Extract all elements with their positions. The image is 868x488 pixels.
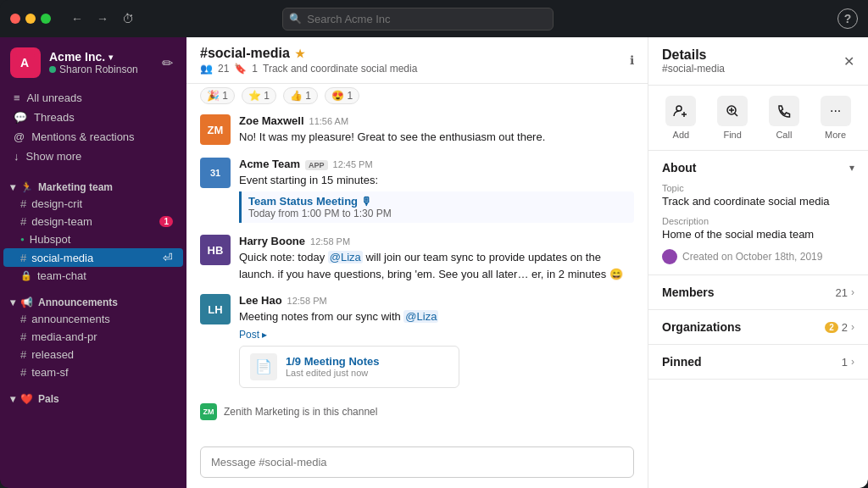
forward-button[interactable]: →	[93, 10, 112, 27]
announcements-emoji: 📢	[20, 297, 33, 308]
panel-action-add[interactable]: Add	[665, 96, 696, 140]
msg-content-acme: Acme Team APP 12:45 PM Event starting in…	[239, 158, 634, 224]
channel-design-team[interactable]: # design-team 1	[3, 213, 183, 230]
channel-social-media[interactable]: # social-media ⏎	[3, 248, 183, 267]
sidebar-nav: ≡ All unreads 💬 Threads @ Mentions & rea…	[0, 85, 186, 169]
post-action[interactable]: Post ▸	[239, 329, 634, 341]
reaction-heart-eyes[interactable]: 😍 1	[325, 87, 359, 104]
msg-author-lee[interactable]: Lee Hao	[239, 294, 282, 307]
members-right: 21 ›	[836, 286, 854, 299]
help-button[interactable]: ?	[837, 8, 858, 29]
members-row[interactable]: Members 21 ›	[648, 275, 868, 310]
call-label: Call	[776, 130, 792, 140]
channel-hubspot[interactable]: ● Hubspot	[3, 230, 183, 248]
zenith-text: Zenith Marketing is in this channel	[224, 406, 377, 418]
show-more-icon: ↓	[14, 150, 19, 163]
panel-title-block: Details #social-media	[662, 47, 725, 75]
pals-category[interactable]: ▾ ❤️ Pals	[0, 388, 186, 407]
msg-author-acme[interactable]: Acme Team	[239, 158, 300, 170]
hash-icon: #	[20, 197, 26, 210]
reaction-thumbs[interactable]: 👍 1	[283, 87, 318, 104]
avatar-zoe: ZM	[200, 114, 231, 145]
right-panel: Details #social-media ✕ Add Find	[648, 37, 868, 488]
marketing-team-category[interactable]: ▾ 🏃 Marketing team	[0, 176, 186, 195]
panel-action-more[interactable]: ··· More	[821, 96, 851, 140]
mention-liza[interactable]: @Liza	[328, 251, 363, 263]
description-value: Home of the social media team	[662, 228, 854, 241]
channel-description: Track and coordinate social media	[263, 63, 417, 75]
about-creator: Created on October 18th, 2019	[662, 249, 854, 264]
search-input[interactable]	[282, 8, 554, 30]
close-traffic-light[interactable]	[10, 14, 20, 24]
message-input[interactable]	[200, 446, 634, 478]
back-button[interactable]: ←	[68, 10, 86, 27]
star-icon[interactable]: ★	[295, 47, 305, 60]
app-window: ← → ⏱ 🔍 ? A Acme Inc. ▾	[0, 0, 868, 488]
organizations-row[interactable]: Organizations 2 2 ›	[648, 310, 868, 345]
file-info: 1/9 Meeting Notes Last edited just now	[286, 355, 380, 378]
sidebar: A Acme Inc. ▾ Sharon Robinson ✏	[0, 37, 186, 488]
status-dot	[49, 66, 56, 73]
creator-avatar	[662, 249, 677, 264]
unread-badge: 1	[159, 216, 173, 227]
meeting-card[interactable]: Team Status Meeting 🎙 Today from 1:00 PM…	[239, 191, 634, 223]
reaction-star[interactable]: ⭐ 1	[242, 87, 276, 104]
pinned-right: 1 ›	[842, 356, 854, 369]
panel-action-call[interactable]: Call	[769, 96, 799, 140]
close-panel-button[interactable]: ✕	[843, 53, 854, 69]
organizations-chevron-icon: ›	[851, 321, 854, 333]
channel-team-sf[interactable]: # team-sf	[3, 363, 183, 381]
hash-icon: #	[20, 366, 26, 379]
msg-content-lee: Lee Hao 12:58 PM Meeting notes from our …	[239, 294, 634, 388]
history-button[interactable]: ⏱	[119, 10, 137, 27]
msg-content-harry: Harry Boone 12:58 PM Quick note: today @…	[239, 235, 634, 282]
panel-title: Details	[662, 47, 725, 63]
threads-icon: 💬	[14, 111, 27, 124]
panel-action-find[interactable]: Find	[717, 96, 748, 140]
channel-media-and-pr[interactable]: # media-and-pr	[3, 328, 183, 346]
workspace-name[interactable]: Acme Inc. ▾	[49, 50, 150, 64]
pinned-label: Pinned	[662, 355, 702, 369]
minimize-traffic-light[interactable]	[25, 14, 36, 24]
hash-icon: #	[20, 330, 26, 343]
compose-button[interactable]: ✏	[159, 52, 176, 75]
nav-buttons: ← → ⏱	[68, 10, 137, 27]
pinned-row[interactable]: Pinned 1 ›	[648, 345, 868, 380]
mentions-icon: @	[14, 130, 25, 143]
mention-liza2[interactable]: @Liza	[403, 310, 438, 323]
info-button[interactable]: ℹ	[630, 53, 634, 67]
about-topic-field: Topic Track and coordinate social media	[662, 183, 854, 208]
more-label: More	[825, 130, 846, 140]
channel-design-crit[interactable]: # design-crit	[3, 195, 183, 213]
sidebar-item-show-more[interactable]: ↓ Show more	[3, 147, 183, 166]
channel-released[interactable]: # released	[3, 346, 183, 363]
creator-text: Created on October 18th, 2019	[682, 251, 822, 263]
channel-announcements[interactable]: # announcements	[3, 310, 183, 328]
organizations-badge: 2	[825, 322, 838, 333]
add-label: Add	[673, 130, 690, 140]
about-header[interactable]: About ▾	[662, 161, 854, 175]
msg-author-harry[interactable]: Harry Boone	[239, 235, 305, 247]
all-unreads-icon: ≡	[14, 92, 20, 104]
workspace-user: Sharon Robinson	[49, 64, 150, 75]
about-title: About	[662, 161, 696, 175]
avatar-acme: 31	[200, 158, 231, 188]
titlebar: ← → ⏱ 🔍 ?	[0, 0, 868, 37]
channel-team-chat[interactable]: 🔒 team-chat	[3, 267, 183, 285]
search-bar[interactable]: 🔍	[282, 8, 554, 30]
sidebar-item-threads[interactable]: 💬 Threads	[3, 108, 183, 127]
announcements-category[interactable]: ▾ 📢 Announcements	[0, 291, 186, 310]
reactions-bar: 🎉 1 ⭐ 1 👍 1 😍 1	[186, 84, 648, 108]
sidebar-item-all-unreads[interactable]: ≡ All unreads	[3, 88, 183, 108]
message-lee: LH Lee Hao 12:58 PM Meeting notes from o…	[200, 294, 634, 388]
about-section: About ▾ Topic Track and coordinate socia…	[648, 151, 868, 275]
members-label: Members	[662, 286, 714, 299]
message-harry: HB Harry Boone 12:58 PM Quick note: toda…	[200, 235, 634, 282]
file-card[interactable]: 📄 1/9 Meeting Notes Last edited just now	[239, 346, 459, 388]
members-chevron-icon: ›	[851, 286, 854, 298]
sidebar-item-mentions[interactable]: @ Mentions & reactions	[3, 127, 183, 147]
fullscreen-traffic-light[interactable]	[41, 14, 51, 24]
msg-author-zoe[interactable]: Zoe Maxwell	[239, 114, 304, 127]
reaction-party[interactable]: 🎉 1	[200, 87, 235, 104]
pals-emoji: ❤️	[20, 393, 33, 405]
